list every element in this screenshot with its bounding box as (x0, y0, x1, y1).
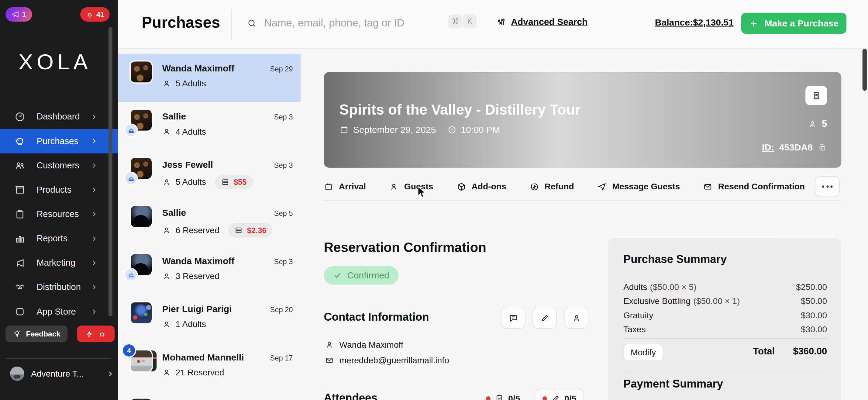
sidebar-item-reports[interactable]: Reports (0, 226, 118, 251)
clock-icon (447, 125, 457, 135)
advanced-search-link[interactable]: Advanced Search (497, 17, 588, 27)
booking-date: Sep 3 (274, 113, 293, 121)
account-switcher[interactable]: Adventure T... (10, 367, 115, 381)
booking-list-item[interactable]: Sallie Sep 3 4 Adults (118, 102, 301, 150)
purchase-id[interactable]: ID: 453DA8 (762, 142, 827, 153)
balance-link[interactable]: Balance:$2,130.51 (655, 17, 734, 28)
booking-list-item[interactable]: Mendoza Oct 12 (118, 391, 301, 400)
summary-row-value: $30.00 (801, 325, 827, 335)
refund-icon (529, 182, 539, 191)
booking-guest-count: 5 Adults (175, 79, 206, 89)
booking-list-item[interactable]: 4 Mohamed Mannelli Sep 17 21 Reserved (118, 343, 301, 391)
total-value: $360.00 (793, 346, 827, 357)
id-label: ID: (762, 142, 774, 153)
booking-guest-count: 4 Adults (175, 127, 206, 137)
bell-icon (86, 11, 93, 18)
sidebar-item-marketing[interactable]: Marketing (0, 251, 118, 275)
summary-row: Exclusive Bottling ($50.00 × 1) $50.00 (623, 294, 827, 308)
tab-add-ons[interactable]: Add-ons (457, 181, 506, 191)
tab-refund[interactable]: Refund (529, 181, 574, 191)
summary-row-value: $30.00 (801, 310, 827, 320)
contact-email[interactable]: mereddeb@guerrillamail.info (339, 355, 449, 365)
booking-date: Sep 29 (270, 65, 293, 73)
promo-badge[interactable]: 1 (5, 7, 32, 22)
booking-name: Mohamed Mannelli (162, 352, 244, 363)
person-icon (162, 368, 171, 377)
lightbulb-icon (13, 330, 22, 338)
view-customer-button[interactable] (564, 307, 588, 329)
check-icon (333, 271, 341, 279)
cash-icon (234, 226, 243, 235)
sidebar-item-products[interactable]: Products (0, 178, 118, 202)
sidebar-item-dashboard[interactable]: Dashboard (0, 104, 118, 129)
booking-list: Wanda Maximoff Sep 29 5 Adults Sallie Se… (118, 49, 301, 400)
booking-list-item[interactable]: Jess Fewell Sep 3 5 Adults $55 (118, 150, 301, 198)
xola-logo: XOLA (0, 50, 110, 74)
attendees-edit-counter[interactable]: 0/5 (535, 389, 584, 400)
contact-actions (501, 307, 588, 329)
booking-name: Jess Fewell (162, 160, 213, 170)
send-icon (597, 182, 607, 191)
booking-meta: 21 Reserved (162, 367, 224, 377)
chevron-right-icon (90, 259, 98, 267)
experience-title: Spirits of the Valley - Distillery Tour (339, 101, 581, 118)
booking-list-item[interactable]: Wanda Maximoff Sep 3 3 Reserved (118, 247, 301, 295)
person-icon (808, 119, 817, 129)
edit-contact-button[interactable] (532, 307, 557, 329)
booking-list-item[interactable]: Pier Luigi Parigi Sep 20 1 Adults (118, 295, 301, 343)
mail-icon (703, 182, 713, 191)
sidebar-item-distribution[interactable]: Distribution (0, 275, 118, 299)
summary-row: Adults ($50.00 × 5) $250.00 (623, 280, 827, 294)
sidebar-item-resources[interactable]: Resources (0, 202, 118, 226)
person-icon (162, 272, 171, 281)
booking-list-item[interactable]: Sallie Sep 5 6 Reserved $2.36 (118, 198, 301, 246)
sidebar-item-label: Distribution (36, 282, 81, 293)
sidebar-divider (5, 358, 111, 359)
notes-button[interactable] (805, 86, 827, 105)
chevron-right-icon (106, 370, 115, 378)
megaphone-icon (11, 11, 19, 18)
person-icon (162, 226, 171, 235)
report-bug-button[interactable] (77, 326, 115, 342)
make-purchase-button[interactable]: Make a Purchase (741, 13, 846, 34)
balance-due-badge: $55 (215, 175, 253, 189)
more-actions-button[interactable] (815, 176, 840, 197)
feedback-button[interactable]: Feedback (5, 326, 68, 342)
shortcut-key-cmd: ⌘ (448, 14, 462, 28)
comment-button[interactable] (501, 307, 525, 329)
modify-button[interactable]: Modify (623, 344, 663, 361)
booking-name: Wanda Maximoff (162, 63, 235, 74)
pencil-icon (551, 394, 560, 400)
summary-row-value: $250.00 (796, 282, 827, 292)
sidebar-scrollbar[interactable] (108, 27, 113, 316)
sidebar-item-purchases[interactable]: Purchases (0, 129, 118, 153)
booking-name: Sallie (162, 111, 186, 122)
booking-avatar (129, 301, 153, 324)
tab-arrival[interactable]: Arrival (324, 181, 366, 191)
summary-row-value: $50.00 (801, 296, 827, 306)
tab-resend-confirmation[interactable]: Resend Confirmation (703, 181, 805, 191)
mail-icon (325, 356, 334, 365)
summary-divider (623, 338, 827, 339)
notification-badge[interactable]: 41 (80, 7, 110, 22)
booking-meta: 5 Adults (162, 79, 206, 89)
booking-count-badge: 4 (122, 343, 136, 358)
sidebar: 1 41 XOLA Dashboard Purchases Customers (0, 0, 118, 400)
window-scrollbar[interactable] (863, 49, 867, 91)
booking-meta: 3 Reserved (162, 271, 219, 281)
box-icon (14, 184, 25, 195)
app-square-icon (14, 306, 25, 317)
account-name: Adventure T... (31, 369, 84, 379)
sidebar-item-app-store[interactable]: App Store (0, 299, 118, 324)
copy-icon[interactable] (817, 143, 827, 152)
tab-message-guests[interactable]: Message Guests (597, 181, 680, 191)
users-icon (14, 160, 25, 171)
booking-guest-count: 5 Adults (175, 177, 206, 187)
shortcut-key-k: K (463, 14, 477, 28)
sidebar-item-label: Customers (36, 160, 79, 171)
sidebar-item-customers[interactable]: Customers (0, 153, 118, 178)
attendees-checked-counter[interactable]: 0/5 (486, 394, 520, 400)
search-bar[interactable]: Name, email, phone, tag or ID (247, 17, 404, 29)
booking-list-item[interactable]: Wanda Maximoff Sep 29 5 Adults (118, 54, 301, 102)
booking-meta: 4 Adults (162, 127, 206, 137)
